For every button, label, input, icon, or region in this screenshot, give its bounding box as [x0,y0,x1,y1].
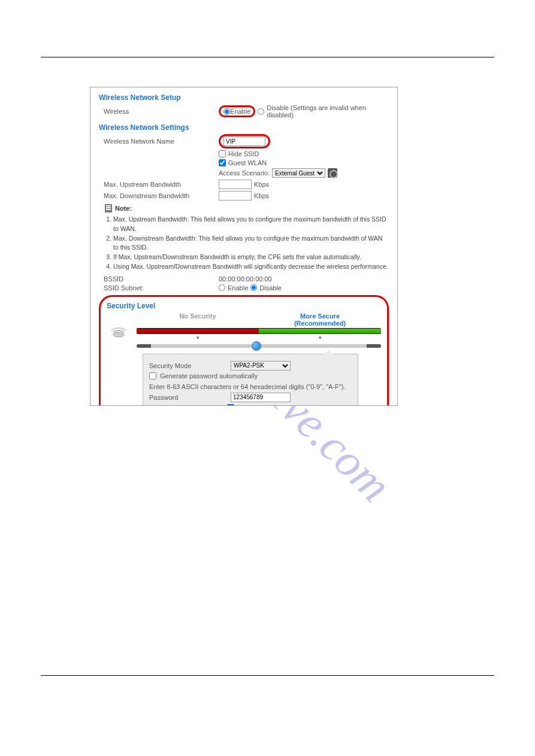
highlight-name-input [219,134,270,148]
unit-downstream: Kbps [254,192,269,199]
note-item-3: If Max. Upstream/Downstream Bandwidth is… [113,253,389,262]
input-password[interactable] [231,393,291,402]
radio-subnet-enable[interactable] [219,284,225,291]
row-upstream: Max. Upstream Bandwidth Kbps [99,180,389,189]
input-network-name[interactable] [223,136,265,146]
radio-label-disable: Disable (Settings are invalid when disab… [267,104,389,119]
label-wireless: Wireless [99,108,219,115]
label-subnet-disable: Disable [259,284,282,292]
checkbox-gen-password[interactable] [149,372,156,379]
checkbox-hide-ssid[interactable] [219,150,226,157]
select-access-scenario[interactable]: External Guest [272,168,325,178]
radio-subnet-disable[interactable] [250,284,257,291]
label-no-security: No Security [137,312,259,327]
label-downstream: Max. Downstream Bandwidth [99,192,219,199]
security-detail-box: Security Mode WPA2-PSK Generate password… [143,354,358,406]
row-ssid-subnet: SSID Subnet: Enable Disable [99,284,389,292]
label-upstream: Max. Upstream Bandwidth [99,181,219,188]
security-slider[interactable] [137,344,381,348]
label-security-mode: Security Mode [149,362,227,369]
note-icon [105,204,112,212]
note-header: Note: [105,204,389,212]
radio-wireless-disable[interactable] [258,108,264,115]
input-downstream[interactable] [219,191,252,201]
page-bottom-rule [41,675,494,676]
security-scale: No Security More Secure (Recommended) ▾▾ [137,312,381,348]
select-security-mode[interactable]: WPA2-PSK [231,361,291,371]
label-network-name: Wireless Network Name [99,138,219,145]
label-gen-password: Generate password automatically [160,372,258,379]
value-bssid: 00:00:00:00:00:00 [219,275,272,283]
settings-icon[interactable] [328,168,337,178]
unit-upstream: Kbps [254,181,269,188]
section-title-setup: Wireless Network Setup [99,93,389,102]
label-password-unmask: password unmask [238,404,291,406]
svg-point-0 [113,332,124,337]
row-wireless-toggle: Wireless Enable Disable (Settings are in… [99,104,389,119]
router-config-screenshot: Wireless Network Setup Wireless Enable D… [90,87,398,406]
input-upstream[interactable] [219,180,252,189]
note-item-1: Max. Upstream Bandwidth: This field allo… [113,215,389,234]
label-guest-wlan: Guest WLAN [228,159,267,166]
row-downstream: Max. Downstream Bandwidth Kbps [99,191,389,201]
slider-knob[interactable] [252,341,261,351]
label-bssid: BSSID [99,275,219,283]
highlight-enable: Enable [219,105,255,117]
note-item-4: Using Max. Upstream/Downstream Bandwidth… [113,262,389,272]
radio-label-enable: Enable [230,108,250,115]
label-subnet-enable: Enable [228,284,248,292]
security-bar [137,328,381,334]
row-bssid: BSSID 00:00:00:00:00:00 [99,275,389,283]
label-access-scenario: Access Scenario: [219,169,270,177]
note-list: Max. Upstream Bandwidth: This field allo… [99,215,389,272]
label-password: Password [149,394,227,401]
label-hide-ssid: Hide SSID [228,150,259,157]
note-item-2: Max. Downstream Bandwidth: This field al… [113,234,389,253]
section-title-settings: Wireless Network Settings [99,123,389,132]
password-hint: Enter 8-63 ASCII characters or 64 hexade… [149,383,352,390]
row-network-name: Wireless Network Name [99,134,389,148]
checkbox-password-unmask[interactable] [227,404,234,406]
note-title: Note: [115,205,132,212]
page-top-rule [41,57,494,57]
label-more-secure: More Secure (Recommended) [259,312,381,327]
radio-wireless-enable[interactable] [223,108,230,115]
checkbox-guest-wlan[interactable] [219,159,226,166]
label-ssid-subnet: SSID Subnet: [99,284,219,292]
section-title-security: Security Level [107,302,381,310]
wifi-icon [107,322,131,338]
security-panel-highlight: Security Level No Security More Secure (… [99,295,389,406]
